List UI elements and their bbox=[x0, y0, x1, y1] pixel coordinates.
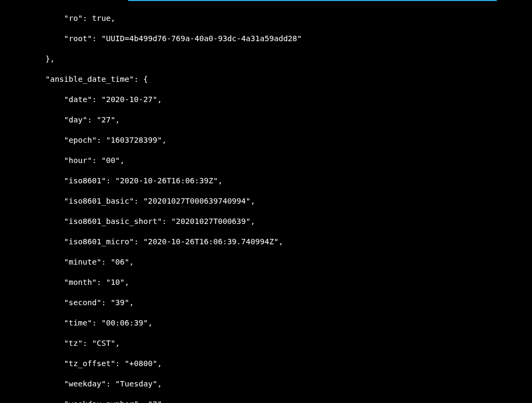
json-line: "minute": "06", bbox=[27, 257, 532, 267]
json-line: "date": "2020-10-27", bbox=[27, 95, 532, 105]
json-line: "month": "10", bbox=[27, 277, 532, 288]
json-line: "day": "27", bbox=[27, 115, 532, 125]
json-line: "epoch": "1603728399", bbox=[27, 135, 532, 145]
json-line: "ro": true, bbox=[27, 13, 532, 24]
json-line: "second": "39", bbox=[27, 298, 532, 308]
json-line: "weekday_number": "2", bbox=[27, 399, 532, 403]
json-line: "iso8601_basic": "20201027T000639740994"… bbox=[27, 196, 532, 206]
json-line: "iso8601_micro": "2020-10-26T16:06:39.74… bbox=[27, 237, 532, 247]
json-line: "hour": "00", bbox=[27, 156, 532, 166]
json-line: "ansible_date_time": { bbox=[27, 74, 532, 84]
json-line: "tz": "CST", bbox=[27, 338, 532, 348]
json-line: "iso8601_basic_short": "20201027T000639"… bbox=[27, 216, 532, 227]
json-line: "root": "UUID=4b499d76-769a-40a0-93dc-4a… bbox=[27, 34, 532, 44]
json-line: "weekday": "Tuesday", bbox=[27, 379, 532, 389]
terminal-output[interactable]: "ro": true, "root": "UUID=4b499d76-769a-… bbox=[0, 0, 532, 403]
json-line: "tz_offset": "+0800", bbox=[27, 359, 532, 369]
json-line: "iso8601": "2020-10-26T16:06:39Z", bbox=[27, 176, 532, 186]
window-top-accent bbox=[128, 0, 497, 1]
json-line: }, bbox=[27, 54, 532, 64]
json-line: "time": "00:06:39", bbox=[27, 318, 532, 328]
